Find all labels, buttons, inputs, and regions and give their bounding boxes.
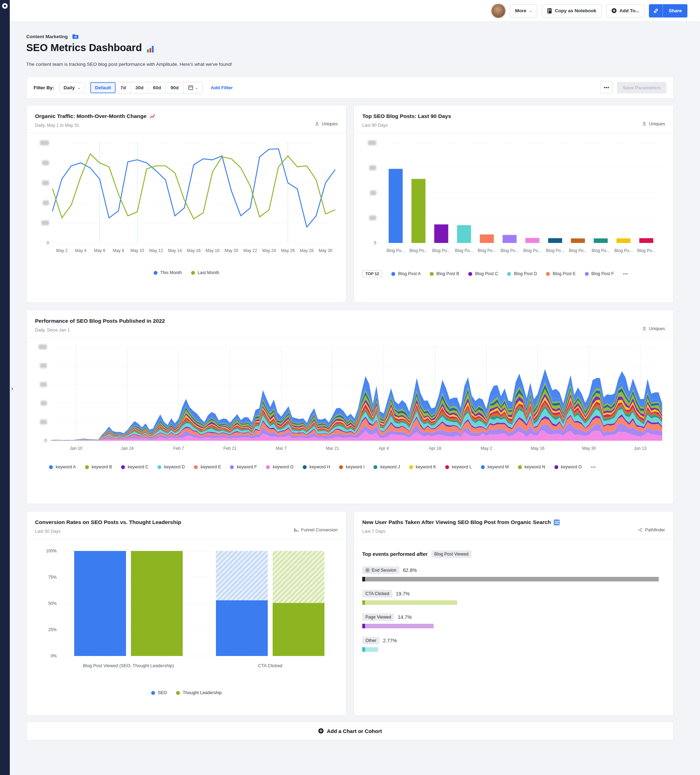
- add-chart-or-cohort-button[interactable]: Add a Chart or Cohort: [26, 722, 674, 740]
- range-30d[interactable]: 30d: [131, 82, 148, 93]
- legend-more-button[interactable]: •••: [591, 465, 596, 469]
- legend-keyword-N[interactable]: keyword N: [518, 464, 545, 469]
- legend-blog-post-a[interactable]: Blog Post A: [391, 271, 421, 276]
- svg-text:May 30: May 30: [582, 446, 596, 451]
- event-bar-fill: [365, 577, 659, 581]
- chart-title[interactable]: Conversion Rates on SEO Posts vs. Though…: [35, 519, 181, 526]
- legend-keyword-B[interactable]: keyword B: [85, 464, 112, 469]
- legend-keyword-E[interactable]: keyword E: [194, 464, 221, 469]
- metric-badge-uniques[interactable]: Uniques: [315, 121, 338, 126]
- event-chip[interactable]: CTA Clicked: [362, 590, 392, 597]
- event-bar-cap: [362, 624, 365, 628]
- legend-keyword-G[interactable]: keyword G: [266, 464, 294, 469]
- legend-dot: [85, 465, 89, 469]
- plus-circle-icon: [318, 728, 324, 734]
- svg-text:Apr 18: Apr 18: [429, 446, 441, 451]
- legend-keyword-O[interactable]: keyword O: [554, 464, 582, 469]
- pathfinder-icon: [638, 527, 643, 532]
- legend-keyword-H[interactable]: keyword H: [303, 464, 330, 469]
- svg-text:75%: 75%: [48, 575, 57, 580]
- chart-title[interactable]: New User Paths Taken After Viewing SEO B…: [362, 519, 560, 526]
- legend-keyword-C[interactable]: keyword C: [121, 464, 148, 469]
- legend-last-month[interactable]: Last Month: [191, 270, 219, 275]
- metric-badge-label: Funnel Conversion: [301, 527, 338, 532]
- legend-blog-post-b[interactable]: Blog Post B: [430, 271, 459, 276]
- legend-seo[interactable]: SEO: [151, 690, 167, 695]
- legend-keyword-D[interactable]: keyword D: [158, 464, 185, 469]
- save-parameters-button[interactable]: Save Parameters: [617, 82, 667, 93]
- anchor-event-chip[interactable]: Blog Post Viewed: [431, 550, 472, 558]
- range-7d[interactable]: 7d: [116, 82, 131, 93]
- chart-title[interactable]: Top SEO Blog Posts: Last 90 Days: [362, 113, 451, 120]
- top-12-badge[interactable]: TOP 12: [362, 270, 382, 277]
- metric-badge-uniques[interactable]: Uniques: [642, 326, 665, 331]
- metric-badge-funnel[interactable]: Funnel Conversion: [294, 527, 338, 532]
- event-chip[interactable]: End Session: [362, 566, 399, 574]
- range-default[interactable]: Default: [90, 82, 116, 93]
- legend-keyword-J[interactable]: keyword J: [374, 464, 400, 469]
- legend-keyword-A[interactable]: keyword A: [49, 464, 76, 469]
- event-bar-fill: [365, 600, 457, 605]
- legend-more-button[interactable]: •••: [623, 272, 628, 276]
- chart-title[interactable]: Organic Traffic: Month-Over-Month Change: [35, 113, 155, 120]
- user-avatar[interactable]: [491, 4, 505, 18]
- legend-keyword-M[interactable]: keyword M: [481, 464, 509, 469]
- event-chip[interactable]: Other: [362, 637, 379, 644]
- dashboard-more-button[interactable]: •••: [600, 81, 613, 93]
- svg-text:May 14: May 14: [168, 248, 182, 253]
- share-button[interactable]: Share: [663, 4, 687, 18]
- organic-traffic-line-chart[interactable]: 0May 2May 4May 6May 8May 10May 12May 14M…: [35, 138, 338, 264]
- add-filter-link[interactable]: Add Filter: [211, 85, 233, 90]
- legend-blog-post-d[interactable]: Blog Post D: [507, 271, 537, 276]
- svg-text:25%: 25%: [48, 627, 57, 632]
- page-title-text: SEO Metrics Dashboard: [26, 42, 142, 53]
- legend-label: Blog Post C: [475, 271, 498, 276]
- interval-dropdown[interactable]: Daily ⌄: [59, 82, 85, 93]
- legend-blog-post-e[interactable]: Blog Post E: [546, 271, 575, 276]
- legend-label: Thought Leadership: [183, 690, 221, 695]
- expand-sidebar-chevron-icon[interactable]: ›: [10, 384, 15, 393]
- legend-blog-post-f[interactable]: Blog Post F: [585, 271, 614, 276]
- legend-keyword-K[interactable]: keyword K: [409, 464, 436, 469]
- legend-keyword-L[interactable]: keyword L: [445, 464, 472, 469]
- legend-dot: [585, 272, 589, 276]
- conversion-funnel-chart[interactable]: 0%25%50%75%100%Blog Post Viewed (SEO, Th…: [35, 544, 338, 684]
- copy-link-button[interactable]: [649, 4, 663, 18]
- more-button[interactable]: More ⌄: [510, 4, 538, 18]
- pathfinder-event-row: Other2.77%: [362, 637, 665, 652]
- range-90d[interactable]: 90d: [166, 82, 183, 93]
- legend-this-month[interactable]: This Month: [154, 270, 182, 275]
- event-label: CTA Clicked: [366, 591, 389, 596]
- add-to-button[interactable]: Add To...: [606, 4, 645, 18]
- copy-as-notebook-button[interactable]: Copy as Notebook: [542, 4, 602, 18]
- legend-label: Blog Post E: [553, 271, 575, 276]
- legend-label: Blog Post B: [436, 271, 459, 276]
- event-percentage: 2.77%: [383, 638, 397, 644]
- legend-label: keyword M: [487, 464, 509, 469]
- pathfinder-heading-text: Top events performed after: [362, 551, 428, 557]
- range-custom-calendar[interactable]: ⌄: [184, 82, 203, 93]
- event-bar-cap: [362, 647, 365, 652]
- event-chip[interactable]: Page Viewed: [362, 613, 394, 621]
- legend-label: keyword J: [380, 464, 400, 469]
- event-label: Page Viewed: [366, 615, 391, 620]
- app-logo-icon[interactable]: [2, 3, 8, 9]
- copy-as-notebook-label: Copy as Notebook: [555, 8, 596, 13]
- breadcrumb[interactable]: Content Marketing: [26, 34, 79, 39]
- legend-label: SEO: [158, 690, 167, 695]
- legend-blog-post-c[interactable]: Blog Post C: [468, 271, 498, 276]
- keyword-stacked-area-chart[interactable]: 0Jan 10Jan 24Feb 7Feb 21Mar 7Mar 21Apr 4…: [35, 343, 666, 458]
- legend-keyword-I[interactable]: keyword I: [339, 464, 365, 469]
- range-60d[interactable]: 60d: [148, 82, 166, 93]
- legend-dot: [194, 465, 198, 469]
- top-blog-posts-bar-chart[interactable]: 0Blog Po...Blog Po...Blog Po...Blog Po..…: [362, 138, 666, 264]
- metric-badge-uniques[interactable]: Uniques: [642, 121, 665, 126]
- shuffle-emoji-icon: [554, 519, 560, 526]
- person-icon: [642, 326, 647, 331]
- metric-badge-pathfinder[interactable]: Pathfinder: [638, 527, 665, 532]
- card-new-user-paths: New User Paths Taken After Viewing SEO B…: [354, 511, 674, 716]
- svg-text:May 4: May 4: [75, 248, 86, 253]
- chart-title[interactable]: Performance of SEO Blog Posts Published …: [35, 318, 165, 324]
- legend-keyword-F[interactable]: keyword F: [230, 464, 257, 469]
- legend-thought-leadership[interactable]: Thought Leadership: [176, 690, 221, 695]
